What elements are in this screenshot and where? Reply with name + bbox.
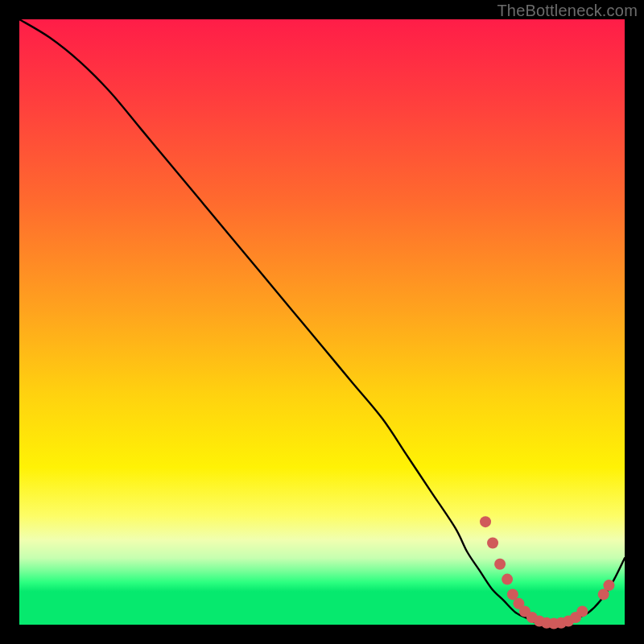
data-marker: [480, 516, 491, 527]
marker-layer: [480, 516, 614, 629]
chart-frame: TheBottleneck.com: [0, 0, 644, 644]
data-marker: [502, 574, 513, 585]
curve-layer: [19, 19, 625, 625]
bottleneck-curve: [19, 19, 625, 625]
attribution-label: TheBottleneck.com: [497, 2, 638, 20]
data-marker: [576, 605, 588, 617]
data-marker: [487, 537, 498, 548]
plot-area: [19, 19, 625, 625]
data-marker: [494, 559, 506, 570]
data-marker: [603, 580, 614, 591]
